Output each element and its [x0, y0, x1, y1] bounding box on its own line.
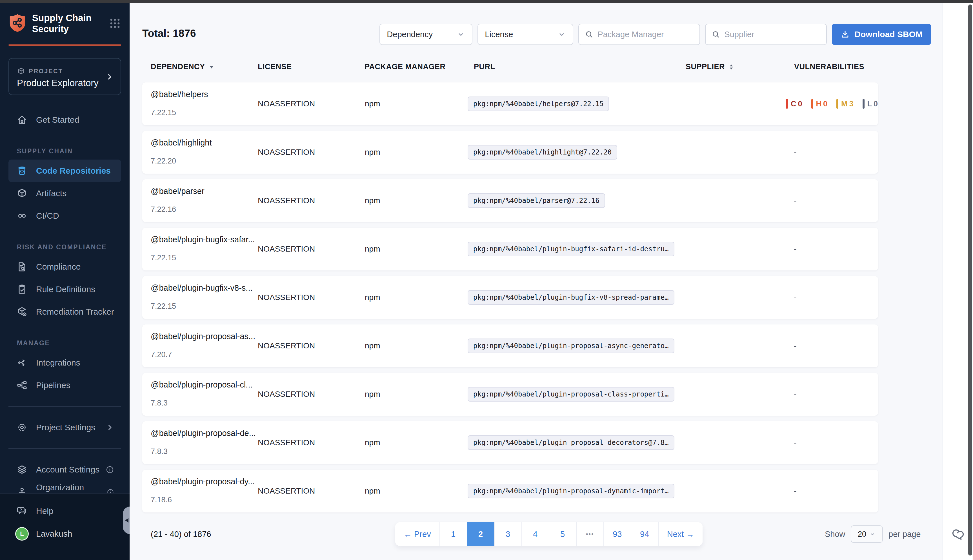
- table-row[interactable]: @babel/plugin-proposal-cl...7.8.3NOASSER…: [142, 373, 878, 416]
- package-manager-value: npm: [365, 179, 380, 222]
- dependency-name: @babel/plugin-proposal-as...: [151, 332, 255, 341]
- sidebar-item-pipelines[interactable]: Pipelines: [8, 374, 121, 397]
- table-row[interactable]: @babel/plugin-bugfix-v8-s...7.22.15NOASS…: [142, 276, 878, 319]
- table-header: DEPENDENCY LICENSE PACKAGE MANAGER PURL …: [130, 61, 943, 73]
- package-manager-value: npm: [365, 421, 380, 464]
- vuln-critical-count: C0: [791, 100, 804, 108]
- purl-value[interactable]: pkg:npm/%40babel/plugin-proposal-class-p…: [468, 387, 674, 402]
- dependency-version: 7.22.16: [151, 205, 176, 214]
- main-content: Total: 1876 Dependency License: [130, 3, 943, 560]
- code-repository-icon: [16, 165, 28, 177]
- license-value: NOASSERTION: [258, 373, 315, 416]
- table-row[interactable]: @babel/helpers7.22.15NOASSERTIONnpmpkg:n…: [142, 82, 878, 125]
- sort-both-icon: [728, 63, 735, 71]
- sidebar-collapse-handle[interactable]: [123, 507, 130, 534]
- col-vulnerabilities: VULNERABILITIES: [794, 62, 864, 71]
- vuln-critical-bar-icon: [786, 99, 788, 108]
- cube-icon: [16, 188, 28, 199]
- per-page-label: per page: [888, 522, 921, 546]
- table-row[interactable]: @babel/plugin-bugfix-safar...7.22.15NOAS…: [142, 228, 878, 270]
- sidebar-item-artifacts[interactable]: Artifacts: [8, 182, 121, 205]
- vuln-critical-badge: C0: [786, 99, 804, 108]
- col-supplier[interactable]: SUPPLIER: [685, 62, 735, 71]
- sidebar-item-code-repositories[interactable]: Code Repositories: [8, 160, 121, 182]
- integrations-icon: [16, 357, 28, 368]
- page-button-4[interactable]: 4: [522, 522, 549, 546]
- vuln-empty: -: [794, 245, 797, 254]
- sidebar-item-label: Code Repositories: [36, 166, 111, 176]
- license-value: NOASSERTION: [258, 421, 315, 464]
- sidebar-user[interactable]: L Lavakush: [8, 524, 121, 544]
- app-grid-icon[interactable]: [109, 17, 121, 30]
- dependency-version: 7.22.20: [151, 157, 176, 165]
- table-row[interactable]: @babel/highlight7.22.20NOASSERTIONnpmpkg…: [142, 131, 878, 173]
- sidebar-nav: Get StartedSUPPLY CHAINCode Repositories…: [0, 108, 130, 397]
- dependency-name: @babel/plugin-proposal-de...: [151, 428, 256, 438]
- sidebar-item-account-settings[interactable]: Account Settings: [8, 458, 121, 481]
- purl-value[interactable]: pkg:npm/%40babel/helpers@7.22.15: [468, 97, 609, 111]
- purl-value[interactable]: pkg:npm/%40babel/plugin-bugfix-safari-id…: [468, 242, 674, 257]
- page-button-3[interactable]: 3: [495, 522, 522, 546]
- col-dependency[interactable]: DEPENDENCY: [151, 62, 215, 71]
- purl-value[interactable]: pkg:npm/%40babel/highlight@7.22.20: [468, 145, 617, 160]
- license-value: NOASSERTION: [258, 470, 315, 512]
- document-search-icon: [16, 261, 28, 272]
- table-row[interactable]: @babel/plugin-proposal-dy...7.18.6NOASSE…: [142, 470, 878, 512]
- shield-logo-icon: [8, 13, 27, 33]
- page-button-2[interactable]: 2: [467, 522, 495, 546]
- vuln-high-badge: H0: [811, 99, 829, 108]
- page-button-93[interactable]: 93: [604, 522, 631, 546]
- purl-value[interactable]: pkg:npm/%40babel/parser@7.22.16: [468, 193, 605, 208]
- sidebar-divider: [8, 448, 121, 449]
- vuln-low-count: L0: [868, 100, 880, 108]
- purl-value[interactable]: pkg:npm/%40babel/plugin-proposal-dynamic…: [468, 484, 674, 498]
- vulnerabilities-cell: -: [786, 131, 797, 173]
- page-button-94[interactable]: 94: [631, 522, 659, 546]
- page-button-1[interactable]: 1: [440, 522, 467, 546]
- sidebar-item-get-started[interactable]: Get Started: [8, 108, 121, 131]
- dependency-filter-dropdown[interactable]: Dependency: [380, 23, 472, 45]
- sidebar-item-help[interactable]: ? Help: [8, 500, 121, 522]
- vulnerabilities-cell: -: [786, 373, 797, 416]
- supplier-input[interactable]: [724, 30, 821, 39]
- help-chat-icon: ?: [16, 505, 28, 517]
- clipboard-check-icon: [16, 284, 28, 295]
- purl-cell: pkg:npm/%40babel/plugin-bugfix-v8-spread…: [468, 276, 674, 319]
- license-value: NOASSERTION: [258, 325, 315, 367]
- col-purl: PURL: [474, 62, 495, 71]
- pagination-row: (21 - 40) of 1876 ← Prev12345•••9394Next…: [130, 522, 943, 546]
- purl-value[interactable]: pkg:npm/%40babel/plugin-proposal-async-g…: [468, 338, 674, 353]
- sidebar-item-integrations[interactable]: Integrations: [8, 352, 121, 374]
- dependency-name: @babel/parser: [151, 187, 204, 196]
- sidebar-item-label: Account Settings: [36, 465, 99, 475]
- home-icon: [16, 114, 28, 125]
- sidebar-item-compliance[interactable]: Compliance: [8, 255, 121, 278]
- purl-cell: pkg:npm/%40babel/plugin-proposal-dynamic…: [468, 470, 674, 512]
- package-manager-input[interactable]: [597, 30, 694, 39]
- page-button-5[interactable]: 5: [549, 522, 577, 546]
- project-label: PROJECT: [29, 68, 63, 75]
- page-size-select[interactable]: 20: [851, 525, 883, 543]
- feedback-chat-icon[interactable]: [950, 527, 965, 543]
- purl-value[interactable]: pkg:npm/%40babel/plugin-bugfix-v8-spread…: [468, 290, 674, 305]
- license-filter-dropdown[interactable]: License: [478, 23, 573, 45]
- sort-descending-icon: [208, 63, 215, 71]
- table-row[interactable]: @babel/parser7.22.16NOASSERTIONnpmpkg:np…: [142, 179, 878, 222]
- purl-value[interactable]: pkg:npm/%40babel/plugin-proposal-decorat…: [468, 435, 674, 450]
- sidebar-item-rule-definitions[interactable]: Rule Definitions: [8, 278, 121, 300]
- sidebar-item-project-settings[interactable]: Project Settings: [8, 416, 121, 439]
- dependency-version: 7.8.3: [151, 399, 167, 407]
- download-sbom-button[interactable]: Download SBOM: [832, 23, 931, 45]
- project-selector[interactable]: PROJECT Product Exploratory: [8, 58, 121, 95]
- sidebar-item-remediation-tracker[interactable]: Remediation Tracker: [8, 300, 121, 323]
- next-page-button[interactable]: Next →: [659, 522, 703, 546]
- col-package-manager: PACKAGE MANAGER: [364, 62, 446, 71]
- table-row[interactable]: @babel/plugin-proposal-de...7.8.3NOASSER…: [142, 421, 878, 464]
- purl-cell: pkg:npm/%40babel/plugin-proposal-async-g…: [468, 325, 674, 367]
- prev-page-button[interactable]: ← Prev: [395, 522, 440, 546]
- purl-cell: pkg:npm/%40babel/plugin-proposal-decorat…: [468, 421, 674, 464]
- col-supplier-label: SUPPLIER: [685, 62, 725, 71]
- sidebar-item-ci-cd[interactable]: CI/CD: [8, 205, 121, 227]
- table-row[interactable]: @babel/plugin-proposal-as...7.20.7NOASSE…: [142, 325, 878, 367]
- vertical-scrollbar[interactable]: [968, 5, 972, 555]
